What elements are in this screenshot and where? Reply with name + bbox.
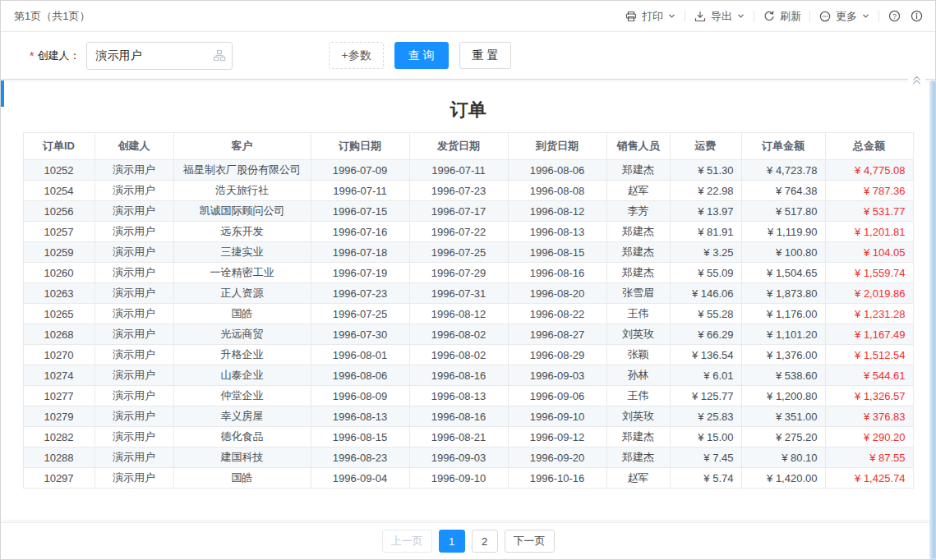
cell-customer: 建国科技 (173, 448, 311, 468)
cell-order_date: 1996-07-15 (311, 201, 409, 222)
cell-ship_date: 1996-07-22 (409, 222, 508, 242)
column-header-freight: 运费 (670, 133, 741, 160)
cell-freight: ¥ 22.98 (670, 181, 741, 201)
cell-order_id: 10265 (23, 304, 95, 324)
refresh-label: 刷新 (780, 9, 801, 24)
cell-customer: 远东开发 (173, 222, 311, 242)
creator-input-wrap (86, 42, 233, 70)
cell-total_amount: ¥ 1,167.49 (825, 324, 913, 345)
query-button[interactable]: 查 询 (394, 42, 449, 69)
download-icon (694, 10, 707, 23)
cell-arrival_date: 1996-09-06 (508, 386, 606, 406)
more-button[interactable]: 更多 (818, 9, 870, 24)
collapse-filter-button[interactable] (908, 74, 925, 86)
cell-freight: ¥ 6.01 (670, 365, 741, 386)
print-button[interactable]: 打印 (625, 9, 676, 24)
cell-creator: 演示用户 (95, 406, 173, 427)
cell-creator: 演示用户 (95, 324, 173, 345)
filter-buttons: +参数 查 询 重 置 (329, 42, 511, 69)
cell-ship_date: 1996-08-16 (409, 406, 508, 427)
cell-ship_date: 1996-09-10 (409, 468, 508, 489)
cell-total_amount: ¥ 1,231.28 (825, 304, 913, 324)
cell-order_date: 1996-07-30 (311, 324, 409, 345)
cell-order_id: 10268 (23, 324, 95, 345)
cell-freight: ¥ 125.77 (670, 386, 741, 406)
cell-order_id: 10274 (23, 365, 95, 386)
add-param-button[interactable]: +参数 (329, 42, 383, 69)
page-button-2[interactable]: 2 (472, 530, 498, 553)
table-row: 10252演示用户福星制衣厂股份有限公司1996-07-091996-07-11… (23, 160, 913, 181)
table-row: 10265演示用户国皓1996-07-251996-08-121996-08-2… (23, 304, 913, 324)
next-page-button[interactable]: 下一页 (505, 530, 555, 553)
prev-page-button[interactable]: 上一页 (382, 530, 432, 553)
cell-salesperson: 郑建杰 (606, 242, 670, 263)
cell-order_amount: ¥ 517.80 (741, 201, 825, 222)
cell-order_amount: ¥ 1,873.80 (741, 283, 825, 304)
column-header-customer: 客户 (173, 133, 311, 160)
table-row: 10256演示用户凯诚国际顾问公司1996-07-151996-07-17199… (23, 201, 913, 222)
cell-order_amount: ¥ 1,176.00 (741, 304, 825, 324)
more-label: 更多 (836, 9, 857, 24)
cell-freight: ¥ 66.29 (670, 324, 741, 345)
cell-order_amount: ¥ 1,200.80 (741, 386, 825, 406)
cell-order_amount: ¥ 538.60 (741, 365, 825, 386)
cell-customer: 国皓 (173, 304, 311, 324)
column-header-creator: 创建人 (95, 133, 173, 160)
cell-ship_date: 1996-07-25 (409, 242, 508, 263)
cell-order_id: 10260 (23, 263, 95, 283)
table-row: 10260演示用户一诠精密工业1996-07-191996-07-291996-… (23, 263, 913, 283)
cell-order_date: 1996-07-09 (311, 160, 409, 181)
page-button-1[interactable]: 1 (439, 530, 465, 553)
help-button[interactable]: ? (888, 9, 901, 23)
cell-arrival_date: 1996-08-20 (508, 283, 606, 304)
cell-order_date: 1996-07-18 (311, 242, 409, 263)
cell-ship_date: 1996-07-11 (409, 160, 508, 181)
cell-salesperson: 刘英玫 (606, 324, 670, 345)
cell-salesperson: 孙林 (606, 365, 670, 386)
cell-creator: 演示用户 (95, 345, 173, 365)
cell-salesperson: 赵军 (606, 468, 670, 489)
cell-total_amount: ¥ 1,512.54 (825, 345, 913, 365)
cell-arrival_date: 1996-09-12 (508, 427, 606, 448)
cell-salesperson: 王伟 (606, 386, 670, 406)
cell-order_id: 10277 (23, 386, 95, 406)
cell-salesperson: 郑建杰 (606, 427, 670, 448)
chevron-down-icon (736, 11, 745, 21)
cell-order_date: 1996-07-19 (311, 263, 409, 283)
creator-input[interactable] (86, 42, 233, 70)
cell-order_id: 10257 (23, 222, 95, 242)
report-viewer-window: { "topbar": { "page_indicator": "第1页（共1页… (0, 0, 936, 560)
cell-customer: 三捷实业 (173, 242, 311, 263)
cell-arrival_date: 1996-08-27 (508, 324, 606, 345)
table-row: 10270演示用户升格企业1996-08-011996-08-021996-08… (23, 345, 913, 365)
cell-salesperson: 李芳 (606, 201, 670, 222)
cell-total_amount: ¥ 1,559.74 (825, 263, 913, 283)
cell-creator: 演示用户 (95, 160, 173, 181)
cell-customer: 浩天旅行社 (173, 181, 311, 201)
report-content: 订单 订单ID创建人客户订购日期发货日期到货日期销售人员运费订单金额总金额 10… (1, 98, 935, 489)
refresh-button[interactable]: 刷新 (763, 9, 801, 24)
cell-creator: 演示用户 (95, 427, 173, 448)
info-button[interactable] (910, 9, 924, 23)
cell-salesperson: 赵军 (606, 181, 670, 201)
vertical-scrollbar[interactable] (929, 80, 935, 559)
export-button[interactable]: 导出 (694, 9, 745, 24)
table-row: 10279演示用户幸义房屋1996-08-131996-08-161996-09… (23, 406, 913, 427)
svg-text:?: ? (892, 12, 897, 21)
cell-order_date: 1996-07-11 (311, 181, 409, 201)
cell-creator: 演示用户 (95, 181, 173, 201)
reset-button[interactable]: 重 置 (459, 42, 512, 69)
cell-ship_date: 1996-08-16 (409, 365, 508, 386)
cell-freight: ¥ 7.45 (670, 448, 741, 468)
cell-arrival_date: 1996-08-06 (508, 160, 606, 181)
pagination-pages: 12 (436, 530, 501, 553)
cell-ship_date: 1996-09-03 (409, 448, 508, 468)
cell-salesperson: 刘英玫 (606, 406, 670, 427)
cell-freight: ¥ 15.00 (670, 427, 741, 448)
sitemap-icon[interactable] (213, 49, 226, 62)
cell-freight: ¥ 3.25 (670, 242, 741, 263)
toolbar-divider (809, 11, 810, 22)
report-title: 订单 (1, 98, 935, 122)
cell-order_date: 1996-07-16 (311, 222, 409, 242)
cell-freight: ¥ 146.06 (670, 283, 741, 304)
